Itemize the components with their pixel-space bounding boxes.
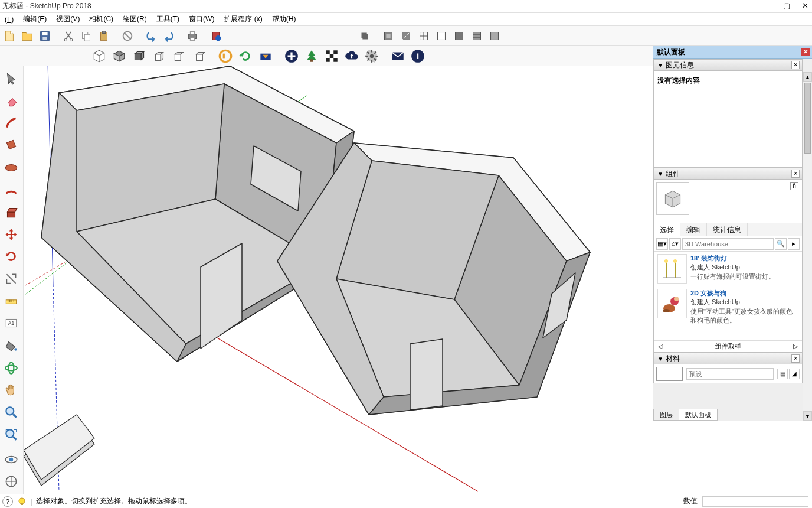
menu-draw[interactable]: 绘图(R)	[119, 13, 150, 25]
menu-tools[interactable]: 工具(T)	[153, 13, 183, 25]
component-item[interactable]: 18' 装饰街灯 创建人 SketchUp 一行贴有海报的可设置街灯。	[654, 252, 802, 286]
paintbucket-tool[interactable]	[1, 336, 21, 356]
style-xray-button[interactable]	[380, 28, 397, 44]
menu-view[interactable]: 视图(V)	[53, 13, 83, 25]
menu-file[interactable]: (F)	[1, 14, 17, 25]
info-circle-button[interactable]: i	[408, 47, 427, 66]
left-button[interactable]	[190, 47, 209, 66]
erase-button[interactable]	[119, 28, 136, 44]
material-name-input[interactable]	[686, 368, 774, 380]
tab-stats[interactable]: 统计信息	[707, 223, 748, 236]
redo-button[interactable]	[161, 28, 177, 44]
menu-edit[interactable]: 编辑(E)	[19, 13, 50, 25]
line-tool[interactable]	[1, 113, 21, 133]
style-backedges-button[interactable]	[398, 28, 414, 44]
search-button[interactable]: 🔍	[775, 238, 787, 250]
maximize-button[interactable]: ▢	[783, 1, 790, 10]
zoom-tool[interactable]	[1, 402, 21, 422]
material-create-button[interactable]: ▤	[777, 369, 788, 379]
tab-select[interactable]: 选择	[654, 223, 680, 236]
style-wireframe-button[interactable]	[415, 28, 432, 44]
components-close[interactable]: ✕	[791, 170, 800, 178]
view-mode-button[interactable]: ▦▾	[656, 238, 668, 250]
back-button[interactable]	[170, 47, 189, 66]
style-shadedtex-button[interactable]	[469, 28, 485, 44]
enscape-button[interactable]	[216, 47, 235, 66]
select-tool[interactable]	[1, 69, 21, 89]
measurements-input[interactable]	[702, 496, 808, 507]
nav-prev-button[interactable]: ◁	[654, 343, 667, 350]
entity-info-close[interactable]: ✕	[791, 61, 800, 69]
shadow-toggle-button[interactable]	[356, 28, 373, 44]
pin-icon[interactable]: ň	[790, 182, 798, 190]
pan-tool[interactable]	[1, 380, 21, 400]
home-nav-button[interactable]: ⌂▾	[669, 238, 681, 250]
zoomextents-tool[interactable]	[1, 425, 21, 445]
tapemeasure-tool[interactable]	[1, 291, 21, 311]
rotate-tool[interactable]	[1, 247, 21, 267]
scroll-thumb[interactable]	[804, 83, 811, 154]
settings-gear-button[interactable]	[362, 47, 381, 66]
arc-tool[interactable]	[1, 180, 21, 200]
scroll-down-button[interactable]: ▼	[803, 411, 812, 421]
move-tool[interactable]	[1, 224, 21, 245]
eraser-tool[interactable]	[1, 91, 21, 111]
tray-tab-layers[interactable]: 图层	[654, 409, 679, 420]
enscape-refresh-button[interactable]	[236, 47, 255, 66]
component-item[interactable]: 2D 女孩与狗 创建人 SketchUp 使用"互动工具"更改女孩衣服的颜色和狗…	[654, 286, 802, 328]
minimize-button[interactable]: —	[764, 1, 771, 10]
paste-button[interactable]	[96, 28, 112, 44]
component-preview-thumb[interactable]	[656, 182, 689, 215]
scroll-up-button[interactable]: ▲	[803, 72, 812, 82]
undo-button[interactable]	[143, 28, 159, 44]
right-button[interactable]	[150, 47, 169, 66]
style-hiddenline-button[interactable]	[433, 28, 450, 44]
section-tool[interactable]	[1, 471, 21, 491]
scale-tool[interactable]	[1, 269, 21, 289]
tab-edit[interactable]: 编辑	[680, 223, 707, 236]
nav-next-button[interactable]: ▷	[789, 343, 802, 350]
text-tool[interactable]: A1	[1, 314, 21, 334]
plus-button[interactable]	[282, 47, 301, 66]
menu-help[interactable]: 帮助(H)	[269, 13, 300, 25]
open-file-button[interactable]	[19, 28, 35, 44]
menu-window[interactable]: 窗口(W)	[185, 13, 218, 25]
new-file-button[interactable]	[1, 28, 18, 44]
materials-header[interactable]: ▼ 材料 ✕	[653, 353, 803, 364]
iso-button[interactable]	[90, 47, 109, 66]
warehouse-search-input[interactable]	[682, 238, 774, 250]
orbit-tool[interactable]	[1, 358, 21, 378]
menu-extensions[interactable]: 扩展程序 (x)	[220, 13, 266, 25]
checkerboard-button[interactable]	[322, 47, 341, 66]
menu-camera[interactable]: 相机(C)	[86, 13, 117, 25]
components-header[interactable]: ▼ 组件 ✕	[653, 168, 803, 180]
tray-tab-default[interactable]: 默认面板	[679, 409, 718, 420]
model-info-button[interactable]: i	[208, 28, 224, 44]
copy-button[interactable]	[78, 28, 94, 44]
cloud-upload-button[interactable]	[342, 47, 361, 66]
look-tool[interactable]	[1, 450, 21, 470]
material-swatch[interactable]	[656, 367, 683, 381]
pushpull-tool[interactable]	[1, 202, 21, 222]
material-sample-button[interactable]: ◢	[789, 369, 800, 379]
rectangle-tool[interactable]	[1, 135, 21, 155]
save-file-button[interactable]	[37, 28, 53, 44]
circle-tool[interactable]	[1, 158, 21, 178]
help-icon[interactable]: ?	[2, 496, 13, 507]
entity-info-header[interactable]: ▼ 图元信息 ✕	[653, 59, 803, 71]
tray-close-button[interactable]: ✕	[801, 48, 810, 56]
tray-titlebar[interactable]: 默认面板 ✕	[653, 46, 812, 59]
enscape-export-button[interactable]	[256, 47, 275, 66]
cut-button[interactable]	[60, 28, 77, 44]
front-button[interactable]	[130, 47, 149, 66]
style-shaded-button[interactable]	[451, 28, 467, 44]
tree-button[interactable]	[302, 47, 321, 66]
materials-close[interactable]: ✕	[791, 354, 800, 363]
instructor-icon[interactable]	[17, 496, 27, 507]
details-button[interactable]: ▸	[788, 238, 800, 250]
top-button[interactable]	[110, 47, 129, 66]
tray-scrollbar[interactable]: ▲ ▼	[803, 72, 812, 421]
style-mono-button[interactable]	[486, 28, 503, 44]
close-button[interactable]: ✕	[802, 1, 808, 10]
print-button[interactable]	[184, 28, 201, 44]
